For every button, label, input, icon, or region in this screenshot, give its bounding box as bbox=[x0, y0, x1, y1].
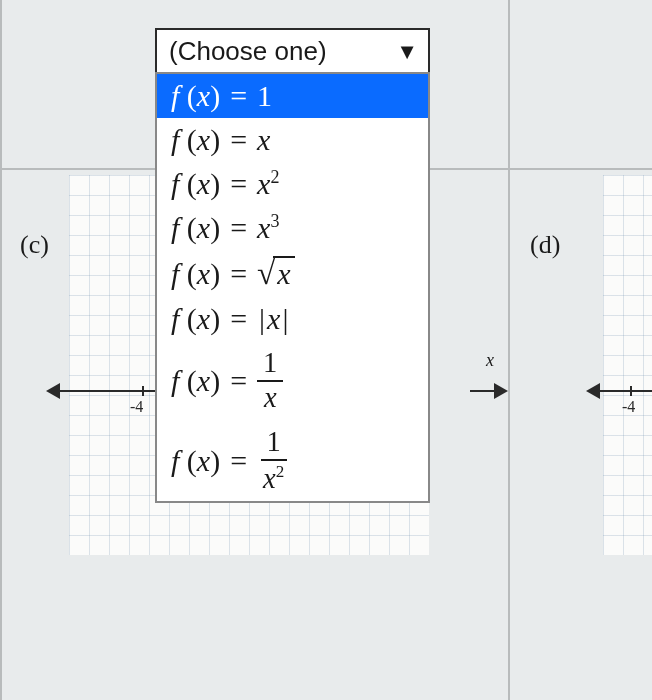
x-axis-d bbox=[600, 390, 652, 392]
equals-sign: = bbox=[230, 80, 247, 112]
tick-mark bbox=[142, 386, 144, 396]
x-axis-label: x bbox=[486, 350, 494, 371]
dropdown-option[interactable]: f (x)=1x2 bbox=[157, 421, 428, 501]
option-lhs: f (x) bbox=[171, 258, 220, 290]
option-lhs: f (x) bbox=[171, 445, 220, 477]
equals-sign: = bbox=[230, 258, 247, 290]
option-rhs: |x| bbox=[257, 303, 290, 335]
divider-vertical bbox=[508, 0, 510, 700]
tick-label-c: -4 bbox=[130, 398, 143, 416]
dropdown-placeholder: (Choose one) bbox=[169, 36, 327, 67]
dropdown-option[interactable]: f (x)=x bbox=[157, 118, 428, 162]
chevron-down-icon: ▼ bbox=[396, 39, 418, 65]
equals-sign: = bbox=[230, 445, 247, 477]
equals-sign: = bbox=[230, 168, 247, 200]
option-lhs: f (x) bbox=[171, 80, 220, 112]
part-label-d: (d) bbox=[530, 230, 560, 260]
part-label-c: (c) bbox=[20, 230, 49, 260]
dropdown-option[interactable]: f (x)=√x bbox=[157, 250, 428, 297]
tick-label-d: -4 bbox=[622, 398, 635, 416]
dropdown-header[interactable]: (Choose one) ▼ bbox=[157, 30, 428, 73]
option-rhs: x bbox=[257, 124, 270, 156]
equals-sign: = bbox=[230, 212, 247, 244]
equals-sign: = bbox=[230, 124, 247, 156]
option-lhs: f (x) bbox=[171, 168, 220, 200]
dropdown-option[interactable]: f (x)=1x bbox=[157, 341, 428, 421]
option-rhs: x3 bbox=[257, 212, 279, 244]
option-rhs: 1x2 bbox=[257, 428, 290, 493]
option-rhs: 1 bbox=[257, 80, 272, 112]
option-lhs: f (x) bbox=[171, 124, 220, 156]
dropdown-option[interactable]: f (x)=x3 bbox=[157, 206, 428, 250]
option-lhs: f (x) bbox=[171, 303, 220, 335]
option-lhs: f (x) bbox=[171, 365, 220, 397]
tick-mark bbox=[630, 386, 632, 396]
equals-sign: = bbox=[230, 303, 247, 335]
dropdown-option[interactable]: f (x)=1 bbox=[157, 74, 428, 118]
function-dropdown[interactable]: (Choose one) ▼ f (x)=1f (x)=xf (x)=x2f (… bbox=[155, 28, 430, 75]
equals-sign: = bbox=[230, 365, 247, 397]
arrow-left-icon bbox=[46, 383, 60, 399]
dropdown-option[interactable]: f (x)=|x| bbox=[157, 297, 428, 341]
dropdown-option[interactable]: f (x)=x2 bbox=[157, 162, 428, 206]
divider-vertical bbox=[0, 0, 2, 700]
option-rhs: 1x bbox=[257, 349, 283, 412]
option-lhs: f (x) bbox=[171, 212, 220, 244]
option-rhs: √x bbox=[257, 256, 294, 291]
x-axis-c-right bbox=[470, 390, 498, 392]
graph-grid-d bbox=[603, 175, 652, 555]
dropdown-list: f (x)=1f (x)=xf (x)=x2f (x)=x3f (x)=√xf … bbox=[155, 72, 430, 503]
option-rhs: x2 bbox=[257, 168, 279, 200]
arrow-left-icon bbox=[586, 383, 600, 399]
